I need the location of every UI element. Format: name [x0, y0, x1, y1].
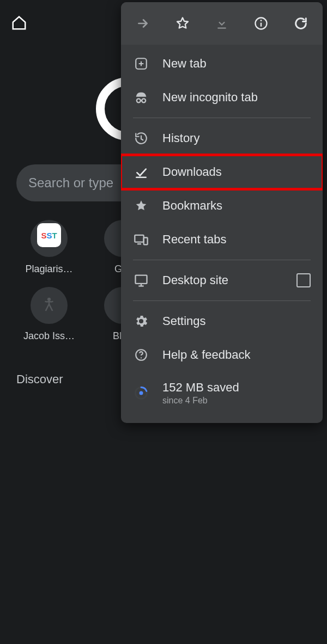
- plus-square-icon: [133, 56, 149, 72]
- data-saver-amount: 152 MB saved: [162, 381, 239, 395]
- menu-item-new-tab[interactable]: New tab: [121, 47, 323, 81]
- home-icon[interactable]: [11, 15, 27, 31]
- svg-point-3: [261, 20, 262, 21]
- forward-icon[interactable]: [135, 16, 150, 31]
- desktop-site-checkbox[interactable]: [296, 273, 311, 287]
- menu-divider: [133, 260, 311, 260]
- menu-item-bookmarks[interactable]: Bookmarks: [121, 189, 323, 223]
- menu-label: Help & feedback: [162, 348, 250, 362]
- menu-label: Downloads: [162, 165, 222, 179]
- incognito-icon: [133, 89, 149, 106]
- menu-item-downloads[interactable]: Downloads: [121, 155, 323, 189]
- overflow-menu: New tab New incognito tab History Downlo…: [121, 2, 323, 423]
- star-icon[interactable]: [175, 16, 190, 31]
- menu-label: Recent tabs: [162, 232, 226, 247]
- menu-item-help[interactable]: Help & feedback: [121, 338, 323, 372]
- svg-point-18: [141, 357, 142, 358]
- help-icon: [133, 347, 149, 363]
- shortcut-label: Jacob Iss…: [23, 330, 75, 342]
- menu-label: Bookmarks: [162, 199, 222, 213]
- svg-point-0: [48, 298, 50, 300]
- svg-rect-11: [135, 235, 143, 242]
- refresh-icon[interactable]: [293, 16, 308, 31]
- discover-heading: Discover: [16, 372, 63, 387]
- search-placeholder: Search or type: [28, 175, 113, 191]
- menu-label: Settings: [162, 314, 206, 328]
- svg-point-7: [137, 99, 141, 102]
- menu-item-incognito[interactable]: New incognito tab: [121, 81, 323, 114]
- shortcut-icon: [31, 287, 68, 324]
- svg-point-20: [140, 391, 143, 395]
- data-saver-since: since 4 Feb: [162, 396, 239, 406]
- menu-divider: [133, 118, 311, 118]
- menu-action-row: [121, 2, 323, 45]
- menu-label: New tab: [162, 57, 207, 71]
- menu-label: New incognito tab: [162, 90, 258, 105]
- desktop-icon: [133, 272, 149, 289]
- info-icon[interactable]: [253, 16, 269, 31]
- download-icon[interactable]: [214, 16, 229, 31]
- history-icon: [133, 130, 149, 146]
- downloads-icon: [133, 164, 149, 180]
- shortcut-label: Plagiaris…: [25, 263, 72, 275]
- svg-point-8: [142, 99, 146, 102]
- shortcut-plagiarism[interactable]: SST Plagiaris…: [16, 220, 82, 275]
- menu-item-settings[interactable]: Settings: [121, 304, 323, 338]
- star-filled-icon: [133, 198, 149, 214]
- data-saver-icon: [133, 385, 149, 401]
- menu-label: History: [162, 131, 199, 145]
- menu-item-history[interactable]: History: [121, 121, 323, 155]
- svg-rect-14: [136, 275, 147, 284]
- shortcut-icon: SST: [31, 220, 68, 257]
- shortcut-jacob[interactable]: Jacob Iss…: [16, 287, 82, 342]
- menu-item-data-saver[interactable]: 152 MB saved since 4 Feb: [121, 372, 323, 414]
- menu-item-recent-tabs[interactable]: Recent tabs: [121, 223, 323, 256]
- menu-label: Desktop site: [162, 273, 228, 287]
- menu-item-desktop-site[interactable]: Desktop site: [121, 263, 323, 297]
- gear-icon: [133, 313, 149, 329]
- devices-icon: [133, 231, 149, 248]
- svg-rect-12: [144, 238, 148, 245]
- menu-divider: [133, 300, 311, 301]
